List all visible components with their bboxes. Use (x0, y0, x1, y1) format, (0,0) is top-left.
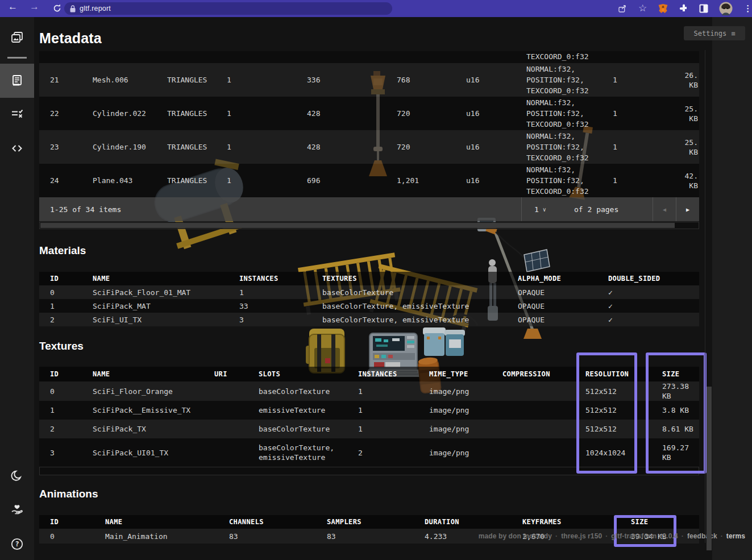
partial-attributes-text: TEXCOORD_0:f32 (526, 52, 589, 61)
col-header: MIME_TYPE (429, 367, 502, 381)
cell-index_type: u16 (466, 164, 526, 197)
next-page-button[interactable]: ▶ (676, 197, 699, 221)
reload-icon[interactable] (52, 3, 62, 13)
cell-name: Cylinder.190 (93, 130, 167, 164)
mesh-table-partial-row: TEXCOORD_0:f32 (39, 51, 699, 63)
forward-icon[interactable]: → (30, 1, 39, 13)
cell-name: Mesh.006 (93, 63, 167, 97)
col-header: TEXTURES (322, 272, 518, 285)
share-icon[interactable] (617, 3, 628, 14)
page-select[interactable]: 1 ∨ (522, 197, 574, 221)
cell-instances: 1 (358, 420, 429, 438)
metamask-icon[interactable] (658, 3, 668, 14)
cell-id: 1 (39, 299, 93, 313)
pagination-bar: 1-25 of 34 items 1 ∨ of 2 pages ◀ ▶ (39, 197, 699, 221)
next-arrow-icon: ▶ (686, 206, 689, 213)
viewer-icon[interactable] (10, 31, 24, 44)
profile-avatar[interactable] (719, 2, 733, 15)
settings-button[interactable]: Settings ≡ (684, 26, 745, 40)
back-icon[interactable]: ← (8, 1, 18, 13)
animations-section-title: Animations (39, 488, 98, 500)
col-header: INSTANCES (239, 272, 322, 285)
extensions-icon[interactable] (679, 4, 688, 13)
col-header: DURATION (425, 515, 522, 529)
report-panel: Metadata TEXCOORD_0:f32 21Mesh.006TRIANG… (34, 17, 712, 560)
cell-slots: baseColorTexture (259, 420, 358, 438)
cell-name: SciFiPack__Emissive_TX (93, 401, 214, 420)
col-header: SLOTS (259, 367, 358, 381)
table-row: 21Mesh.006TRIANGLES1336768u16NORMAL:f32,… (39, 63, 699, 97)
cell-uri (214, 420, 259, 438)
cell-id: 3 (39, 438, 93, 467)
col-header: COMPRESSION (502, 367, 585, 381)
report-icon[interactable] (10, 74, 24, 88)
cell-alpha_mode: OPAQUE (518, 285, 608, 299)
made-by-text: made by don mccurdy (479, 532, 552, 540)
cell-vertices: 428 (307, 130, 397, 164)
cell-attributes: NORMAL:f32, POSITION:f32, TEXCOORD_0:f32 (526, 164, 613, 197)
sidebar: ? (0, 17, 34, 560)
cell-id: 0 (39, 529, 105, 544)
cell-slots: emissiveTexture (259, 401, 358, 420)
cell-slots: baseColorTexture (259, 381, 358, 401)
bookmark-star-icon[interactable]: ☆ (638, 2, 647, 14)
cell-id: 0 (39, 381, 93, 401)
cell-name: SciFiPack_UI01_TX (93, 438, 214, 467)
feedback-link[interactable]: feedback (687, 532, 717, 540)
url-text: gltf.report (80, 5, 111, 13)
cell-name: SciFiPack_Floor_01_MAT (93, 285, 239, 299)
cell-vertices: 428 (307, 97, 397, 130)
cell-indices: 720 (397, 97, 466, 130)
highlight-box-resolution-column (576, 352, 637, 474)
cell-instances: 1 (358, 401, 429, 420)
side-panel-icon[interactable] (699, 4, 708, 13)
table-row: 23Cylinder.190TRIANGLES1428720u16NORMAL:… (39, 130, 699, 164)
mesh-table-horizontal-scrollbar[interactable] (39, 222, 699, 229)
col-header: NAME (93, 367, 214, 381)
cell-vertices: 336 (307, 63, 397, 97)
vertical-scrollbar-thumb[interactable] (707, 387, 712, 550)
scrollbar-thumb[interactable] (40, 223, 675, 228)
viewer-background-strip (712, 17, 752, 560)
script-icon[interactable] (10, 142, 24, 155)
cell-indices: 720 (397, 130, 466, 164)
address-bar[interactable]: gltf.report (64, 2, 392, 15)
browser-menu-icon[interactable]: ⋮ (743, 3, 752, 14)
table-row: 1SciFiPack_MAT33baseColorTexture, emissi… (39, 299, 699, 313)
cell-id: 2 (39, 420, 93, 438)
table-header-row: ID NAME INSTANCES TEXTURES ALPHA_MODE DO… (39, 272, 699, 285)
terms-link[interactable]: terms (726, 532, 745, 540)
cell-mime_type: image/png (429, 420, 502, 438)
cell-textures: baseColorTexture, emissiveTexture (322, 299, 518, 313)
vertical-scrollbar-track[interactable] (705, 50, 705, 543)
col-header: NAME (105, 515, 229, 529)
theme-moon-icon[interactable] (10, 469, 24, 483)
cell-mime_type: image/png (429, 381, 502, 401)
cell-name: Main_Animation (105, 529, 229, 544)
cell-instances: 33 (239, 299, 322, 313)
cell-index_type: u16 (466, 97, 526, 130)
validation-icon[interactable] (10, 107, 24, 121)
cell-size: 26. KB (676, 63, 699, 97)
cell-attributes: NORMAL:f32, POSITION:f32, TEXCOORD_0:f32 (526, 130, 613, 164)
menu-glyph-icon: ≡ (731, 30, 735, 38)
cell-id: 23 (39, 130, 93, 164)
sidebar-divider (7, 57, 27, 59)
cell-compression (502, 438, 585, 467)
help-icon[interactable]: ? (10, 537, 24, 551)
cell-name: Plane.043 (93, 164, 167, 197)
cell-primitives: 1 (227, 164, 307, 197)
cell-name: SciFi_Floor_Orange (93, 381, 214, 401)
col-header: INSTANCES (358, 367, 429, 381)
table-row: 0SciFiPack_Floor_01_MAT1baseColorTexture… (39, 285, 699, 299)
cell-primitives: 1 (227, 97, 307, 130)
col-header: URI (214, 367, 259, 381)
cell-attributes: NORMAL:f32, POSITION:f32, TEXCOORD_0:f32 (526, 63, 613, 97)
col-header: ALPHA_MODE (518, 272, 608, 285)
page-title: Metadata (39, 30, 102, 47)
col-header: ID (39, 367, 93, 381)
donate-icon[interactable] (10, 503, 24, 517)
cell-instances: 2 (358, 438, 429, 467)
prev-page-button[interactable]: ◀ (653, 197, 676, 221)
col-header: ID (39, 515, 105, 529)
